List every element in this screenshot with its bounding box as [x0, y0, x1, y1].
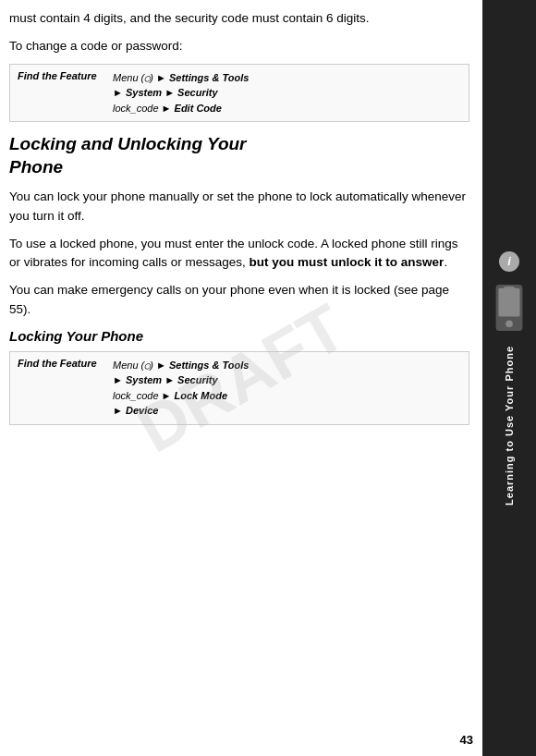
section-heading-line1: Locking and Unlocking Your: [9, 134, 247, 153]
body-para-1: You can lock your phone manually or set …: [9, 188, 469, 226]
svg-rect-3: [504, 286, 515, 287]
find-feature-label-2: Find the Feature: [18, 358, 105, 369]
info-icon: i: [507, 254, 511, 268]
path2-line-1: Menu (◯) ► Settings & Tools: [113, 360, 249, 371]
main-content: must contain 4 digits, and the security …: [0, 0, 482, 756]
phone-icon: [492, 285, 527, 331]
sub-heading: Locking Your Phone: [9, 328, 469, 344]
find-feature-path-1: Menu (◯) ► Settings & Tools ► System ► S…: [113, 70, 249, 116]
path2-line-3: lock_code ► Lock Mode: [113, 390, 227, 401]
right-sidebar: i Learning to Use Your Phone: [482, 0, 536, 756]
path2-line-4: ► Device: [113, 405, 158, 416]
find-feature-box-1: Find the Feature Menu (◯) ► Settings & T…: [9, 64, 469, 123]
path-line-3: lock_code ► Edit Code: [113, 103, 222, 114]
sidebar-vertical-text: Learning to Use Your Phone: [504, 346, 515, 506]
page-number: 43: [460, 733, 473, 747]
path-line-1: Menu (◯) ► Settings & Tools: [113, 72, 249, 83]
svg-point-2: [506, 320, 513, 327]
find-feature-box-2: Find the Feature Menu (◯) ► Settings & T…: [9, 351, 469, 425]
body-para-3: You can make emergency calls on your pho…: [9, 281, 469, 319]
change-code-text: To change a code or password:: [9, 37, 469, 55]
info-badge: i: [499, 251, 519, 272]
para2-bold: but you must unlock it to answer: [250, 255, 445, 269]
section-heading-line2: Phone: [9, 157, 63, 177]
path2-line-2: ► System ► Security: [113, 374, 218, 385]
section-heading: Locking and Unlocking Your Phone: [9, 133, 469, 178]
intro-text: must contain 4 digits, and the security …: [9, 9, 469, 28]
find-feature-label-1: Find the Feature: [18, 70, 105, 81]
page-wrapper: must contain 4 digits, and the security …: [0, 0, 536, 756]
svg-rect-1: [498, 287, 519, 316]
path-line-2: ► System ► Security: [113, 87, 218, 98]
para2-end: .: [444, 255, 447, 269]
body-para-2: To use a locked phone, you must enter th…: [9, 235, 469, 273]
find-feature-path-2: Menu (◯) ► Settings & Tools ► System ► S…: [113, 358, 249, 419]
